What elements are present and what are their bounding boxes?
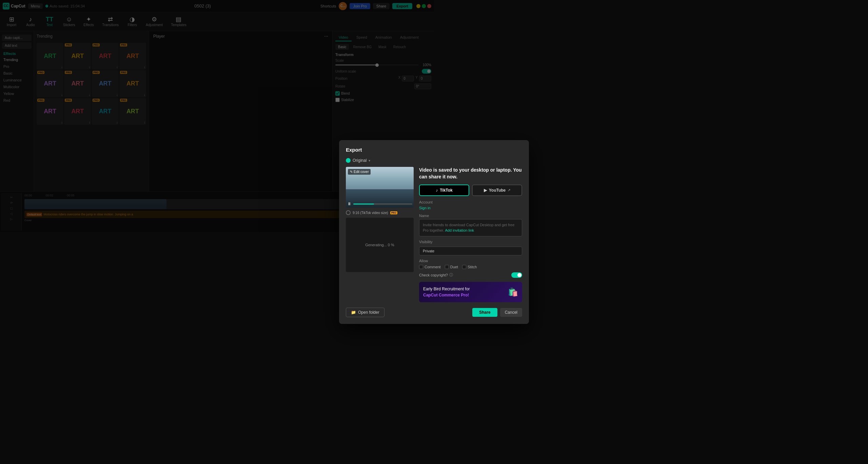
preview-column: ✎ Edit cover ⏸ 9:16 (TikTok video size) … xyxy=(346,167,414,232)
radio-tiktok[interactable] xyxy=(346,210,351,215)
tiktok-format-label: 9:16 (TikTok video size) xyxy=(353,211,388,215)
play-icon[interactable]: ⏸ xyxy=(347,201,351,206)
platform-buttons: ♪ TikTok ▶ YouTube ↗ xyxy=(419,185,434,196)
name-hint-text: Invite friends to download CapCut Deskto… xyxy=(423,223,434,232)
export-modal: Export Original ▾ ✎ Edit cover xyxy=(339,140,434,232)
progress-bar[interactable] xyxy=(353,204,412,205)
pro-badge-format: PRO xyxy=(390,211,397,214)
format-row: Original ▾ xyxy=(346,158,434,163)
modal-title: Export xyxy=(346,147,434,153)
progress-fill xyxy=(353,204,374,205)
format-original-label: Original xyxy=(353,158,367,163)
sign-in-link[interactable]: Sign in xyxy=(419,206,431,210)
edit-icon: ✎ xyxy=(350,170,353,174)
modal-overlay: Export Original ▾ ✎ Edit cover xyxy=(0,0,434,232)
share-message: Video is saved to your desktop or laptop… xyxy=(419,167,434,180)
info-column: Video is saved to your desktop or laptop… xyxy=(419,167,434,232)
modal-content: ✎ Edit cover ⏸ 9:16 (TikTok video size) … xyxy=(346,167,434,232)
edit-cover-button[interactable]: ✎ Edit cover xyxy=(348,169,371,175)
format-original[interactable]: Original ▾ xyxy=(346,158,370,163)
name-hint-box: Invite friends to download CapCut Deskto… xyxy=(419,219,434,232)
format-arrow: ▾ xyxy=(369,159,370,162)
name-label: Name xyxy=(419,214,434,218)
preview-thumbnail: ✎ Edit cover ⏸ xyxy=(346,167,414,208)
account-label: Account xyxy=(419,200,434,204)
preview-controls: ⏸ xyxy=(347,201,412,206)
tiktok-preview: Generating... 0 % xyxy=(346,218,414,232)
tiktok-button[interactable]: ♪ TikTok xyxy=(419,185,434,196)
edit-cover-label: Edit cover xyxy=(354,170,369,174)
radio-original-active xyxy=(346,158,351,163)
